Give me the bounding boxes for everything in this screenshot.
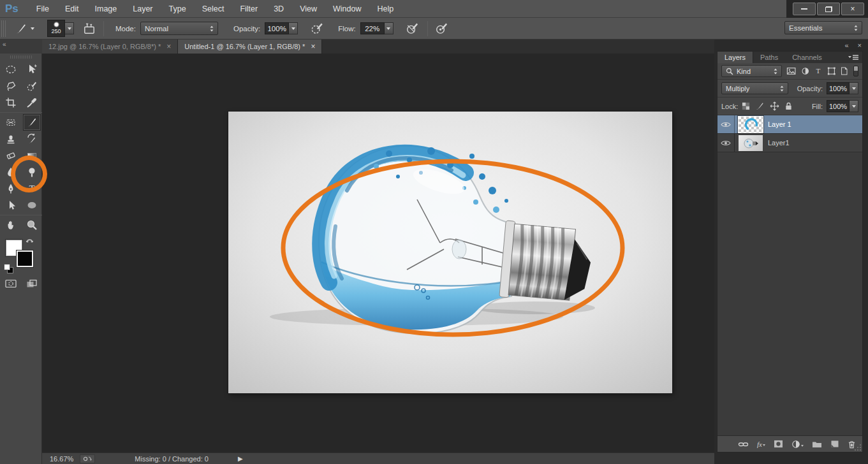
close-tab-icon[interactable]: ×: [311, 43, 315, 50]
tool-brush[interactable]: [23, 114, 41, 131]
filter-smart-objects-icon[interactable]: [840, 66, 849, 76]
menu-layer[interactable]: Layer: [133, 4, 152, 13]
layer-name[interactable]: Layer 1: [768, 120, 791, 128]
layer-blend-mode-select[interactable]: Multiply: [721, 82, 788, 94]
tool-polygonal-lasso[interactable]: [2, 78, 20, 94]
layer-thumbnail[interactable]: [739, 117, 763, 133]
tool-dodge[interactable]: [23, 164, 41, 180]
tool-gradient[interactable]: [23, 147, 41, 164]
current-tool-indicator[interactable]: [11, 20, 38, 37]
blend-mode-select[interactable]: Normal: [140, 22, 218, 35]
menu-file[interactable]: File: [36, 4, 49, 13]
lock-pixels-brush-icon[interactable]: [755, 101, 765, 111]
close-tab-icon[interactable]: ×: [166, 43, 171, 50]
menu-select[interactable]: Select: [202, 4, 224, 13]
tool-path-selection[interactable]: [2, 197, 20, 214]
sync-status-button[interactable]: [80, 454, 95, 463]
new-layer-icon[interactable]: [830, 440, 839, 448]
tool-ellipse-shape[interactable]: [23, 197, 41, 214]
collapse-panels-icon[interactable]: «: [844, 41, 848, 49]
link-layers-icon[interactable]: [738, 441, 749, 447]
close-button[interactable]: ×: [841, 3, 864, 15]
swap-colors-icon[interactable]: [26, 237, 34, 245]
visibility-toggle[interactable]: [717, 115, 735, 133]
tab-paths[interactable]: Paths: [753, 52, 785, 63]
tab-channels[interactable]: Channels: [785, 52, 828, 63]
background-color-swatch[interactable]: [17, 250, 33, 267]
pressure-size-button[interactable]: [433, 19, 452, 38]
tool-hand[interactable]: [2, 217, 20, 233]
tool-history-brush[interactable]: [23, 131, 41, 147]
new-adjustment-layer-button[interactable]: [791, 440, 804, 449]
lock-position-icon[interactable]: [770, 101, 779, 111]
tool-type[interactable]: T: [23, 180, 41, 197]
add-layer-mask-icon[interactable]: [774, 440, 783, 448]
toolbar-collapse-corner[interactable]: «: [0, 40, 42, 54]
menu-help[interactable]: Help: [378, 4, 394, 13]
pressure-opacity-button[interactable]: [308, 19, 327, 38]
tab-untitled1[interactable]: Untitled-1 @ 16.7% (Layer 1, RGB/8) * ×: [178, 40, 322, 54]
flow-field[interactable]: 22%: [360, 22, 394, 34]
filter-type-layers-icon[interactable]: T: [814, 66, 823, 76]
menu-3d[interactable]: 3D: [274, 4, 284, 13]
tool-elliptical-marquee[interactable]: [2, 61, 20, 78]
tool-eraser[interactable]: [2, 147, 20, 164]
fill-field[interactable]: 100%: [827, 100, 858, 112]
tool-move[interactable]: [23, 61, 41, 78]
tab-12jpg[interactable]: 12.jpg @ 16.7% (Layer 0, RGB/8*) * ×: [42, 40, 178, 54]
lock-all-icon[interactable]: [784, 101, 793, 111]
fill-dropdown[interactable]: [850, 100, 858, 112]
status-options-arrow[interactable]: ▶: [238, 455, 243, 462]
menu-filter[interactable]: Filter: [240, 4, 258, 13]
document-canvas[interactable]: [228, 112, 672, 393]
layer-opacity-dropdown[interactable]: [850, 82, 858, 94]
filter-pixel-layers-icon[interactable]: [786, 66, 796, 76]
layer-style-button[interactable]: fx: [757, 440, 765, 448]
brush-size-dropdown-button[interactable]: [65, 22, 74, 34]
filter-shape-layers-icon[interactable]: [827, 66, 836, 76]
layer-row-layer-1[interactable]: Layer 1: [717, 115, 862, 134]
tool-blur[interactable]: [2, 164, 20, 180]
close-panel-icon[interactable]: ×: [858, 41, 862, 49]
menu-view[interactable]: View: [300, 4, 317, 13]
tool-clone-stamp[interactable]: [2, 131, 20, 147]
layer-name[interactable]: Layer1: [768, 139, 790, 147]
opacity-dropdown-button[interactable]: [289, 22, 298, 34]
visibility-toggle[interactable]: [717, 134, 735, 152]
flow-dropdown-button[interactable]: [385, 22, 394, 34]
layer-thumbnail[interactable]: [739, 135, 763, 151]
tool-quick-mask[interactable]: [2, 275, 20, 292]
menu-type[interactable]: Type: [169, 4, 186, 13]
layer-opacity-field[interactable]: 100%: [827, 82, 858, 94]
tool-quick-selection[interactable]: [23, 78, 41, 94]
menu-edit[interactable]: Edit: [65, 4, 79, 13]
tool-eyedropper[interactable]: [23, 94, 41, 111]
layer-row-layer1[interactable]: Layer1: [717, 134, 862, 152]
opacity-field[interactable]: 100%: [265, 22, 298, 34]
lock-transparency-icon[interactable]: [742, 102, 750, 110]
minimize-button[interactable]: [793, 3, 816, 15]
tool-healing-patch[interactable]: [2, 114, 20, 131]
workspace-preset-select[interactable]: Essentials: [784, 21, 862, 34]
tool-pen[interactable]: [2, 180, 20, 197]
tool-screen-mode[interactable]: [23, 275, 41, 292]
tab-layers[interactable]: Layers: [717, 52, 753, 63]
default-colors-icon[interactable]: [4, 264, 12, 272]
airbrush-button[interactable]: [404, 19, 422, 38]
filter-toggle-switch[interactable]: [853, 66, 858, 76]
tool-zoom[interactable]: [23, 217, 41, 233]
tools-panel-grip[interactable]: [10, 55, 32, 59]
new-group-folder-icon[interactable]: [812, 440, 822, 448]
menu-window[interactable]: Window: [333, 4, 361, 13]
filter-kind-select[interactable]: Kind: [721, 65, 782, 77]
zoom-level-field[interactable]: 16.67%: [50, 455, 73, 463]
options-bar-grip[interactable]: [1, 20, 6, 37]
brush-size-preview[interactable]: 250: [38, 20, 74, 37]
restore-button[interactable]: [817, 3, 840, 15]
menu-image[interactable]: Image: [95, 4, 117, 13]
tool-crop[interactable]: [2, 94, 20, 111]
panel-resize-grip[interactable]: [853, 443, 862, 451]
toggle-brush-panel-button[interactable]: [80, 20, 98, 38]
panel-menu-button[interactable]: [848, 52, 862, 63]
filter-adjustment-layers-icon[interactable]: [801, 66, 810, 76]
